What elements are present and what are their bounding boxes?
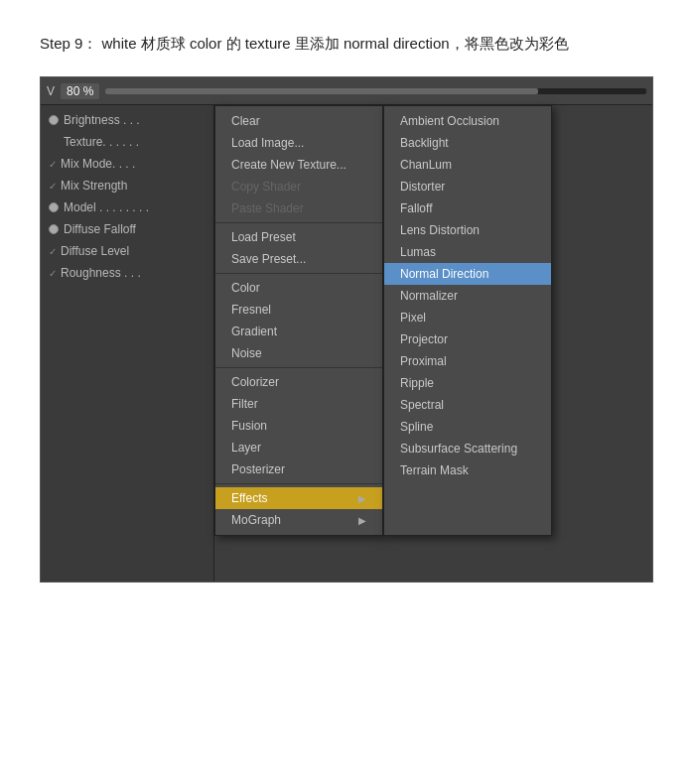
submenu-item-falloff[interactable]: Falloff — [384, 197, 551, 219]
arrow-mix-mode: ✓ — [49, 159, 57, 170]
submenu-item-chanlum[interactable]: ChanLum — [384, 154, 551, 176]
submenu-item-normalizer[interactable]: Normalizer — [384, 285, 551, 307]
submenu-item-terrain-mask[interactable]: Terrain Mask — [384, 459, 551, 481]
context-menu: Clear Load Image... Create New Texture..… — [214, 105, 383, 536]
left-item-mix-strength[interactable]: ✓ Mix Strength — [41, 175, 213, 196]
percent-display[interactable]: 80 % — [61, 83, 99, 99]
top-slider[interactable] — [105, 88, 646, 94]
left-item-diffuse-falloff[interactable]: Diffuse Falloff — [41, 218, 213, 240]
menu-item-load-image[interactable]: Load Image... — [215, 132, 382, 154]
menu-item-layer[interactable]: Layer — [215, 437, 382, 458]
v-label: V — [47, 84, 55, 98]
separator-4 — [215, 483, 382, 484]
menu-item-create-new-texture[interactable]: Create New Texture... — [215, 154, 382, 176]
separator-2 — [215, 273, 382, 274]
left-panel: Brightness . . . Texture. . . . . . ✓ Mi… — [41, 105, 214, 582]
submenu-item-spline[interactable]: Spline — [384, 416, 551, 438]
arrow-roughness: ✓ — [49, 268, 57, 279]
dot-brightness — [49, 115, 59, 125]
separator-1 — [215, 222, 382, 223]
menu-item-copy-shader: Copy Shader — [215, 176, 382, 197]
dot-diffuse-falloff — [49, 224, 59, 234]
effects-submenu: Ambient Occlusion Backlight ChanLum Dist… — [383, 105, 552, 536]
menu-item-filter[interactable]: Filter — [215, 393, 382, 415]
menu-item-posterizer[interactable]: Posterizer — [215, 458, 382, 480]
menu-item-effects[interactable]: Effects ▶ — [215, 487, 382, 509]
menu-item-color[interactable]: Color — [215, 277, 382, 299]
menu-item-fresnel[interactable]: Fresnel — [215, 299, 382, 321]
ui-container: V 80 % Brightness . . . Texture. . . . .… — [40, 76, 653, 583]
instruction-text: Step 9： white 材质球 color 的 texture 里添加 no… — [40, 35, 569, 52]
submenu-item-proximal[interactable]: Proximal — [384, 350, 551, 372]
left-item-model[interactable]: Model . . . . . . . . — [41, 196, 213, 218]
left-item-texture[interactable]: Texture. . . . . . — [41, 131, 213, 153]
submenu-item-normal-direction[interactable]: Normal Direction — [384, 263, 551, 285]
menu-item-paste-shader: Paste Shader — [215, 197, 382, 219]
submenu-item-subsurface-scattering[interactable]: Subsurface Scattering — [384, 438, 551, 459]
menu-item-load-preset[interactable]: Load Preset — [215, 226, 382, 248]
submenu-item-backlight[interactable]: Backlight — [384, 132, 551, 154]
effects-submenu-arrow: ▶ — [358, 493, 366, 504]
dot-model — [49, 202, 59, 212]
top-slider-fill — [105, 88, 538, 94]
menu-item-clear[interactable]: Clear — [215, 110, 382, 132]
dropdown-container: Clear Load Image... Create New Texture..… — [214, 105, 552, 536]
submenu-item-lens-distortion[interactable]: Lens Distortion — [384, 219, 551, 241]
left-item-brightness[interactable]: Brightness . . . — [41, 109, 213, 131]
separator-3 — [215, 367, 382, 368]
menu-item-mograph[interactable]: MoGraph ▶ — [215, 509, 382, 531]
submenu-item-projector[interactable]: Projector — [384, 328, 551, 350]
submenu-item-pixel[interactable]: Pixel — [384, 307, 551, 328]
submenu-item-distorter[interactable]: Distorter — [384, 176, 551, 197]
left-item-roughness[interactable]: ✓ Roughness . . . — [41, 262, 213, 284]
left-item-diffuse-level[interactable]: ✓ Diffuse Level — [41, 240, 213, 262]
menu-item-colorizer[interactable]: Colorizer — [215, 371, 382, 393]
mograph-submenu-arrow: ▶ — [358, 515, 366, 526]
main-row: Brightness . . . Texture. . . . . . ✓ Mi… — [41, 105, 652, 582]
arrow-mix-strength: ✓ — [49, 181, 57, 192]
instruction-area: Step 9： white 材质球 color 的 texture 里添加 no… — [0, 0, 693, 76]
menu-item-gradient[interactable]: Gradient — [215, 321, 382, 342]
top-bar: V 80 % — [41, 77, 652, 105]
submenu-item-lumas[interactable]: Lumas — [384, 241, 551, 263]
submenu-item-spectral[interactable]: Spectral — [384, 394, 551, 416]
menu-item-fusion[interactable]: Fusion — [215, 415, 382, 437]
arrow-diffuse-level: ✓ — [49, 246, 57, 257]
submenu-item-ripple[interactable]: Ripple — [384, 372, 551, 394]
menu-item-noise[interactable]: Noise — [215, 342, 382, 364]
menu-item-save-preset[interactable]: Save Preset... — [215, 248, 382, 270]
submenu-item-ambient-occlusion[interactable]: Ambient Occlusion — [384, 110, 551, 132]
right-content: Clear Load Image... Create New Texture..… — [214, 105, 652, 582]
left-item-mix-mode[interactable]: ✓ Mix Mode. . . . — [41, 153, 213, 175]
